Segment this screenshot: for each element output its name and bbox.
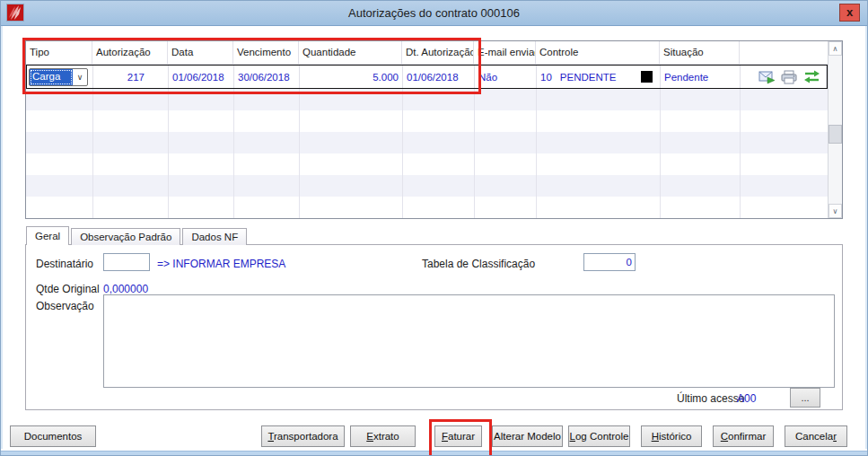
chevron-down-icon[interactable] — [73, 69, 87, 85]
exchange-icon[interactable] — [803, 70, 820, 83]
window-bottom-strip — [1, 451, 868, 456]
email-enviado-cell: Não — [475, 66, 537, 88]
column-header-autorizacao[interactable]: Autorização — [92, 41, 168, 64]
situacao-cell: Pendente — [661, 66, 741, 88]
window-right-edge — [865, 25, 867, 449]
tipo-combobox[interactable]: Carga — [29, 68, 88, 86]
empty-row — [26, 197, 828, 218]
quantidade-cell: 5.000 — [300, 66, 403, 88]
tipo-combobox-value: Carga — [30, 69, 73, 85]
destinatario-label: Destinatário — [36, 258, 93, 270]
faturar-button[interactable]: Faturar — [434, 425, 482, 447]
table-header-row: Tipo Autorização Data Vencimento Quantid… — [26, 41, 842, 65]
app-icon — [6, 4, 24, 22]
observacao-label: Observação — [36, 300, 94, 312]
ultimo-acesso-label: Último acesso — [677, 392, 744, 405]
status-square-icon — [641, 71, 653, 83]
autorizacao-cell: 217 — [93, 66, 169, 88]
column-header-quantidade[interactable]: Quantidade — [299, 41, 402, 64]
vencimento-cell: 30/06/2018 — [234, 66, 300, 88]
transportadora-button[interactable]: Transportadora — [261, 425, 345, 447]
empty-row — [26, 175, 828, 197]
dt-autorizacao-cell: 01/06/2018 — [403, 66, 475, 88]
empty-row — [26, 132, 828, 153]
empty-row — [26, 110, 828, 132]
tab-dados-nf[interactable]: Dados NF — [182, 228, 247, 245]
tab-panel-geral: Destinatário => INFORMAR EMPRESA Tabela … — [25, 244, 843, 410]
destinatario-field[interactable] — [103, 253, 150, 271]
empty-row — [26, 153, 828, 175]
tabela-classificacao-field[interactable] — [583, 253, 636, 271]
tipo-cell: Carga — [27, 66, 93, 88]
controle-cell: 10 PENDENTE — [537, 66, 661, 88]
qtde-original-value: 0,000000 — [103, 283, 148, 295]
vertical-scrollbar[interactable] — [828, 41, 842, 218]
qtde-original-label: Qtde Original — [36, 283, 100, 295]
column-header-situacao[interactable]: Situação — [660, 41, 740, 64]
dialog-window: Autorizações do contrato 000106 Tipo Aut… — [0, 0, 868, 456]
scrollbar-up-icon[interactable] — [829, 41, 842, 56]
controle-codigo: 10 — [540, 72, 552, 83]
alterar-modelo-button[interactable]: Alterar Modelo — [492, 425, 563, 447]
title-bar: Autorizações do contrato 000106 — [1, 1, 867, 26]
tab-geral[interactable]: Geral — [26, 226, 69, 245]
column-header-actions — [740, 41, 842, 64]
browse-button[interactable]: ... — [790, 388, 820, 408]
column-header-dt-autorizacao[interactable]: Dt. Autorização — [402, 41, 474, 64]
observacao-textarea[interactable] — [103, 294, 835, 388]
column-header-tipo[interactable]: Tipo — [26, 41, 92, 64]
actions-cell — [741, 66, 827, 88]
documentos-button[interactable]: Documentos — [10, 425, 96, 447]
data-cell: 01/06/2018 — [169, 66, 234, 88]
column-header-email-enviado[interactable]: E-mail enviado — [474, 41, 536, 64]
empty-row — [26, 89, 828, 110]
close-icon[interactable] — [839, 4, 860, 22]
destinatario-hint: => INFORMAR EMPRESA — [157, 258, 285, 270]
printer-icon[interactable] — [781, 70, 798, 84]
log-controle-button[interactable]: Log Controle — [568, 425, 630, 447]
window-left-edge — [1, 25, 3, 449]
authorizations-table: Tipo Autorização Data Vencimento Quantid… — [25, 40, 843, 219]
scrollbar-down-icon[interactable] — [829, 204, 842, 218]
controle-status: PENDENTE — [560, 72, 617, 83]
tab-observacao-padrao[interactable]: Observação Padrão — [71, 228, 180, 245]
historico-button[interactable]: Histórico — [641, 425, 702, 447]
extrato-button[interactable]: Extrato — [350, 425, 416, 447]
table-row[interactable]: Carga 217 01/06/2018 30/06/2018 5.000 01… — [26, 65, 828, 89]
column-header-controle[interactable]: Controle — [536, 41, 660, 64]
scrollbar-thumb[interactable] — [829, 125, 842, 144]
confirmar-button[interactable]: Confirmar — [713, 425, 774, 447]
tabela-classificacao-label: Tabela de Classificação — [422, 258, 535, 270]
window-title: Autorizações do contrato 000106 — [348, 6, 520, 20]
email-send-icon[interactable] — [758, 70, 776, 84]
cancelar-button[interactable]: Cancelar — [785, 425, 847, 447]
ultimo-acesso-value: A00 — [737, 392, 756, 405]
column-header-data[interactable]: Data — [168, 41, 233, 64]
tab-bar: Geral Observação Padrão Dados NF — [26, 226, 249, 245]
column-header-vencimento[interactable]: Vencimento — [233, 41, 299, 64]
